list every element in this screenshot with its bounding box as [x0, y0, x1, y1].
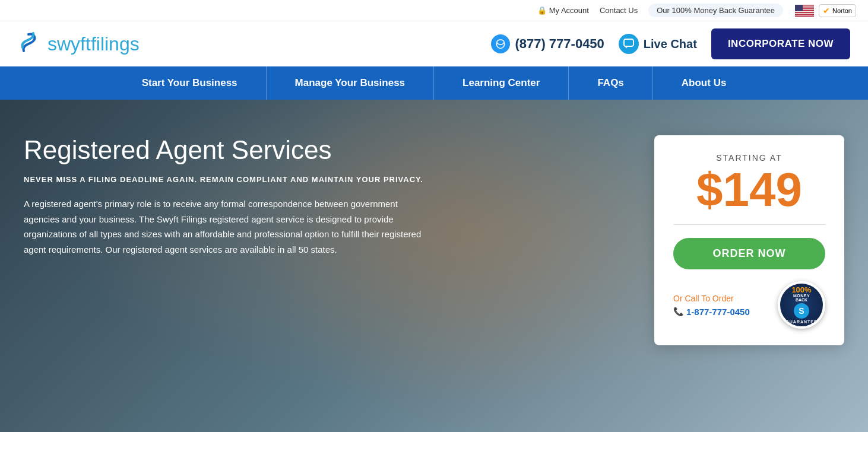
svg-rect-7 [795, 11, 814, 12]
phone-link[interactable]: (877) 777-0450 [491, 34, 604, 53]
nav-list: Start Your Business Manage Your Business… [113, 66, 755, 100]
guarantee-back: BACK [796, 298, 807, 302]
flag-norton-area: ✔ Norton [795, 4, 856, 17]
nav-item-about: About Us [653, 66, 755, 100]
chat-icon [619, 34, 639, 54]
hero-content: Registered Agent Services NEVER MISS A F… [0, 100, 868, 432]
top-bar: 🔒 My Account Contact Us Our 100% Money B… [0, 0, 868, 21]
logo-icon [18, 31, 44, 57]
phone-icon [491, 34, 510, 53]
card-footer: Or Call To Order 📞 1-877-777-0450 100% M… [673, 281, 825, 329]
call-label: Or Call To Order [673, 294, 750, 303]
hero-title: Registered Agent Services [24, 135, 427, 166]
svg-rect-8 [795, 12, 814, 13]
guarantee-percent: 100% [791, 286, 811, 294]
svg-rect-12 [795, 15, 814, 17]
call-to-order: Or Call To Order 📞 1-877-777-0450 [673, 294, 750, 317]
guarantee-money: MONEY [793, 294, 810, 298]
starting-at-label: STARTING AT [716, 153, 782, 163]
price-display: $149 [696, 166, 802, 214]
header-right: (877) 777-0450 Live Chat INCORPORATE NOW [491, 28, 850, 59]
top-bar-links: 🔒 My Account Contact Us Our 100% Money B… [537, 4, 783, 17]
order-now-button[interactable]: ORDER NOW [673, 238, 825, 269]
money-back-link[interactable]: Our 100% Money Back Guarantee [648, 4, 783, 17]
nav-link-faqs[interactable]: FAQs [569, 66, 652, 100]
hero-body: A registered agent's primary role is to … [24, 196, 427, 257]
svg-rect-13 [795, 5, 803, 11]
guarantee-inner: 100% MONEY BACK S GUARANTEE [780, 284, 823, 326]
contact-us-link[interactable]: Contact Us [600, 6, 638, 15]
nav-item-start: Start Your Business [113, 66, 267, 100]
header: swyftfilings (877) 777-0450 Live Chat IN… [0, 21, 868, 66]
hero-subtitle: NEVER MISS A FILING DEADLINE AGAIN. REMA… [24, 174, 427, 186]
incorporate-now-button[interactable]: INCORPORATE NOW [711, 28, 850, 59]
price-divider [673, 224, 825, 225]
logo-link[interactable]: swyftfilings [18, 31, 140, 57]
nav-item-learning: Learning Center [434, 66, 569, 100]
svg-rect-15 [624, 39, 633, 46]
guarantee-badge: 100% MONEY BACK S GUARANTEE [778, 281, 825, 329]
my-account-link[interactable]: 🔒 My Account [537, 6, 589, 15]
norton-badge: ✔ Norton [819, 4, 856, 17]
us-flag-icon [795, 5, 814, 17]
nav-item-manage: Manage Your Business [267, 66, 434, 100]
svg-point-14 [497, 40, 504, 44]
svg-rect-9 [795, 12, 814, 14]
call-number: 📞 1-877-777-0450 [673, 307, 750, 317]
live-chat-link[interactable]: Live Chat [619, 34, 697, 54]
nav-link-start-your-business[interactable]: Start Your Business [113, 66, 266, 100]
phone-small-icon: 📞 [673, 307, 683, 316]
nav-bar: Start Your Business Manage Your Business… [0, 66, 868, 100]
svg-rect-10 [795, 14, 814, 15]
hero-section: Registered Agent Services NEVER MISS A F… [0, 100, 868, 432]
guarantee-s-icon: S [794, 303, 809, 319]
svg-rect-11 [795, 14, 814, 15]
nav-link-about-us[interactable]: About Us [653, 66, 755, 100]
nav-link-learning-center[interactable]: Learning Center [434, 66, 568, 100]
logo-text: swyftfilings [47, 33, 140, 55]
hero-text: Registered Agent Services NEVER MISS A F… [24, 129, 427, 257]
nav-item-faqs: FAQs [569, 66, 652, 100]
nav-link-manage-your-business[interactable]: Manage Your Business [267, 66, 433, 100]
pricing-card: STARTING AT $149 ORDER NOW Or Call To Or… [654, 135, 844, 345]
lock-icon: 🔒 [537, 6, 547, 15]
guarantee-label: GUARANTEE [785, 320, 817, 324]
